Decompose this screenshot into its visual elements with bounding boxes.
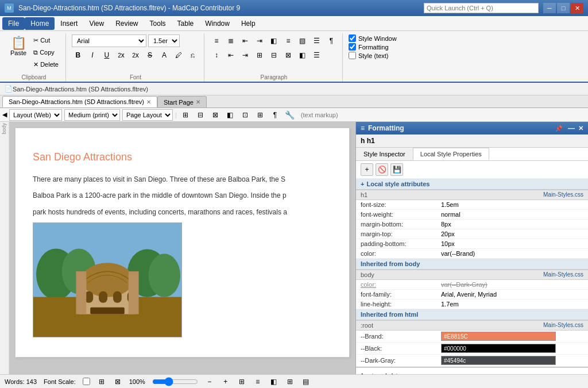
menu-review[interactable]: Review <box>110 17 144 30</box>
panel-delete-button[interactable]: 🚫 <box>376 163 388 176</box>
clear-format-button[interactable]: ⎌ <box>187 49 199 62</box>
status-btn-1[interactable]: ⊞ <box>237 377 246 386</box>
align-right-button[interactable]: ▧ <box>296 34 309 47</box>
prop-value-padding-bottom[interactable]: 10px <box>436 239 588 249</box>
prop-value-font-weight[interactable]: normal <box>436 210 588 220</box>
toolbar-btn-1[interactable]: ⊞ <box>179 109 192 121</box>
menu-view[interactable]: View <box>83 17 110 30</box>
para-btn-5[interactable]: ⊟ <box>268 49 280 62</box>
panel-scroll[interactable]: + Local style attributes Main-Styles.css… <box>356 179 588 388</box>
style-text-checkbox[interactable] <box>349 52 356 59</box>
menu-window[interactable]: Window <box>199 17 235 30</box>
indent-increase-button[interactable]: ⇥ <box>253 34 266 47</box>
local-style-add-icon[interactable]: + <box>361 180 364 187</box>
toolbar-btn-7[interactable]: ¶ <box>269 109 281 121</box>
view-btn-1[interactable]: ⊞ <box>97 377 106 386</box>
align-left-button[interactable]: ◧ <box>268 34 280 47</box>
toolbar-btn-4[interactable]: ◧ <box>224 109 237 121</box>
font-scale-checkbox[interactable] <box>83 378 90 385</box>
para-btn-4[interactable]: ⊞ <box>253 49 266 62</box>
font-highlight-button[interactable]: 🖊 <box>172 49 185 62</box>
medium-select[interactable]: Medium (print) <box>64 109 120 121</box>
para-btn-3[interactable]: ⇥ <box>239 49 252 62</box>
tab-style-inspector[interactable]: Style Inspector <box>356 148 413 160</box>
html-prop-darkgray-value[interactable]: #45494c <box>436 355 588 367</box>
tab-start-page[interactable]: Start Page ✕ <box>157 96 207 107</box>
menu-insert[interactable]: Insert <box>55 17 83 30</box>
menu-tools[interactable]: Tools <box>144 17 172 30</box>
panel-save-button[interactable]: 💾 <box>390 163 403 176</box>
status-btn-5[interactable]: ▤ <box>301 377 311 386</box>
panel-close-button[interactable]: ✕ <box>578 125 583 132</box>
close-button[interactable]: ✕ <box>571 3 583 13</box>
menu-home[interactable]: Home <box>25 17 55 30</box>
formatting-checkbox[interactable] <box>349 43 356 51</box>
h1-section-source[interactable]: Main-Styles.css <box>543 191 583 198</box>
font-size-select[interactable]: 1.5em <box>148 34 180 47</box>
align-center-button[interactable]: ≡ <box>282 34 295 47</box>
toolbar-btn-3[interactable]: ⊠ <box>209 109 222 121</box>
strikethrough-button[interactable]: S <box>144 49 156 62</box>
body-prop-color-value[interactable]: var(--Dark-Gray) <box>436 280 588 290</box>
cut-button[interactable]: ✂ Cut <box>31 34 61 46</box>
status-btn-4[interactable]: ⊞ <box>285 377 295 386</box>
delete-button[interactable]: ✕ Delete <box>31 59 61 70</box>
formatting-toggle[interactable]: Formatting <box>349 43 389 51</box>
toolbar-btn-8[interactable]: 🔧 <box>284 109 296 121</box>
editor-scroll[interactable]: San Diego Attractions There are many pla… <box>9 122 355 388</box>
page-layout-select[interactable]: Page Layout <box>122 109 173 121</box>
toolbar-btn-5[interactable]: ⊡ <box>239 109 252 121</box>
html-source[interactable]: Main-Styles.css <box>543 322 583 328</box>
menu-help[interactable]: Help <box>235 17 261 30</box>
zoom-in-btn[interactable]: + <box>221 377 230 386</box>
minimize-button[interactable]: ─ <box>543 3 556 13</box>
menu-table[interactable]: Table <box>172 17 200 30</box>
tab-main-doc[interactable]: San-Diego-Attractions.htm (SD Attraction… <box>2 96 157 107</box>
tab-main-close[interactable]: ✕ <box>146 99 151 105</box>
font-color-button[interactable]: A <box>158 49 171 62</box>
html-prop-black-value[interactable]: #000000 <box>436 343 588 355</box>
subscript-button[interactable]: 2x <box>129 49 142 62</box>
font-name-select[interactable]: Arial <box>72 34 146 47</box>
panel-add-button[interactable]: + <box>361 163 373 176</box>
underline-button[interactable]: U <box>100 49 113 62</box>
style-window-checkbox[interactable] <box>349 34 356 42</box>
paste-button[interactable]: 📋 Paste <box>7 34 30 59</box>
tab-start-close[interactable]: ✕ <box>196 99 200 105</box>
prop-value-color[interactable]: var(--Brand) <box>436 249 588 259</box>
style-text-toggle[interactable]: Style (text) <box>349 52 389 59</box>
body-source[interactable]: Main-Styles.css <box>543 271 583 278</box>
prop-value-margin-bottom[interactable]: 8px <box>436 220 588 229</box>
zoom-out-btn[interactable]: − <box>205 377 214 386</box>
status-btn-2[interactable]: ≡ <box>253 377 262 386</box>
para-btn-8[interactable]: ☰ <box>311 49 323 62</box>
toolbar-btn-6[interactable]: ⊞ <box>254 109 266 121</box>
paragraph-mark-button[interactable]: ¶ <box>325 34 338 47</box>
quick-launch-input[interactable] <box>424 3 539 13</box>
body-prop-font-family-value[interactable]: Arial, Avenir, Myriad <box>436 290 588 299</box>
panel-unpin-button[interactable]: — <box>568 124 575 132</box>
body-prop-line-height-value[interactable]: 1.7em <box>436 299 588 309</box>
panel-pin-button[interactable]: 📌 <box>555 125 562 132</box>
unordered-list-button[interactable]: ≡ <box>210 34 223 47</box>
view-btn-2[interactable]: ⊠ <box>113 377 122 386</box>
back-icon[interactable]: ◀ <box>2 111 7 118</box>
style-window-toggle[interactable]: Style Window <box>349 34 397 42</box>
ordered-list-button[interactable]: ≣ <box>225 34 237 47</box>
html-prop-brand-value[interactable]: #E8815C <box>436 331 588 343</box>
zoom-slider[interactable] <box>152 377 198 386</box>
toolbar-btn-2[interactable]: ⊟ <box>194 109 207 121</box>
para-btn-7[interactable]: ◧ <box>296 49 309 62</box>
status-btn-3[interactable]: ◧ <box>269 377 278 386</box>
italic-button[interactable]: I <box>86 49 99 62</box>
indent-decrease-button[interactable]: ⇤ <box>239 34 252 47</box>
menu-file[interactable]: File <box>2 17 25 30</box>
para-btn-1[interactable]: ↕ <box>210 49 223 62</box>
layout-select[interactable]: Layout (Web) <box>9 109 62 121</box>
restore-button[interactable]: □ <box>557 3 570 13</box>
para-btn-2[interactable]: ⇤ <box>225 49 237 62</box>
bold-button[interactable]: B <box>72 49 84 62</box>
prop-value-font-size[interactable]: 1.5em <box>436 200 588 210</box>
superscript-button[interactable]: 2x <box>115 49 127 62</box>
prop-value-margin-top[interactable]: 20px <box>436 229 588 239</box>
